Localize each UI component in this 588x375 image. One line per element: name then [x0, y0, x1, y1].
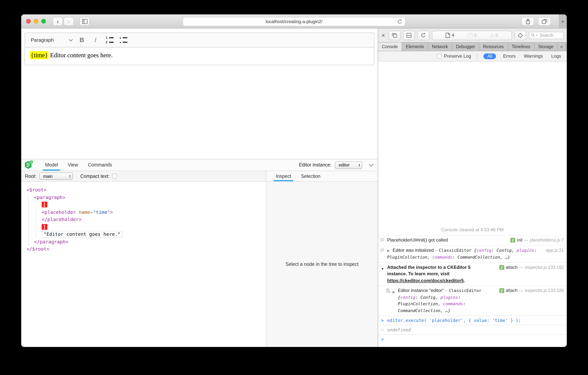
- detach-button[interactable]: [389, 31, 400, 40]
- root-select[interactable]: main ▲▼: [39, 173, 73, 180]
- dock-bottom-button[interactable]: [403, 31, 415, 40]
- address-bar[interactable]: localhost/creating-a-plugin2/: [183, 17, 405, 26]
- italic-button[interactable]: I: [90, 35, 101, 45]
- console-message[interactable]: ▼ Attached the inspector to a CKEditor 5…: [378, 262, 567, 286]
- tab-timelines[interactable]: Timelines: [508, 43, 535, 51]
- filter-logs[interactable]: Logs: [550, 54, 562, 59]
- model-tree[interactable]: <$root> <paragraph> [ <placeholder name=…: [21, 182, 266, 347]
- more-tabs-button[interactable]: »: [558, 43, 566, 51]
- add-tab-button[interactable]: +: [566, 43, 567, 51]
- window-content: Paragraph B I: [21, 28, 567, 347]
- new-tab-button[interactable]: +: [559, 14, 567, 28]
- editor-instance-select[interactable]: editor ▲▼: [335, 161, 362, 168]
- numbered-list-button[interactable]: [104, 35, 115, 45]
- tab-storage[interactable]: Storage: [534, 43, 558, 51]
- tree-root-close[interactable]: </$root>: [27, 245, 266, 253]
- tab-resources[interactable]: Resources: [479, 43, 508, 51]
- console-message[interactable]: ▶ Editor instance "editor" – ClassicEdit…: [378, 286, 567, 315]
- back-button[interactable]: ‹: [53, 17, 63, 26]
- close-window-button[interactable]: [26, 19, 31, 23]
- select-arrows-icon: ▲▼: [358, 163, 360, 167]
- source-location[interactable]: inspector.js:133:182: [525, 264, 564, 271]
- tab-overview-button[interactable]: [538, 17, 551, 26]
- console-result[interactable]: ‹· undefined: [378, 325, 567, 334]
- tab-inspect[interactable]: Inspect: [271, 171, 296, 181]
- bold-button[interactable]: B: [76, 35, 87, 45]
- prompt-icon: >: [381, 336, 384, 342]
- search-icon: [531, 33, 535, 37]
- console-prompt[interactable]: >: [378, 334, 567, 344]
- editor-toolbar: Paragraph B I: [25, 33, 374, 47]
- sidebar-icon: [82, 19, 87, 24]
- preserve-log-checkbox[interactable]: [437, 54, 442, 59]
- filter-warnings[interactable]: Warnings: [523, 54, 544, 59]
- warning-count: 0: [495, 33, 498, 38]
- editor-instance-label: Editor instance:: [299, 162, 332, 168]
- tree-text-node[interactable]: "Editor content goes here.": [42, 231, 266, 238]
- tree-paragraph-close[interactable]: </paragraph>: [34, 238, 266, 245]
- tab-debugger[interactable]: Debugger: [452, 43, 479, 51]
- console-pane: Console cleared at 4:53:46 PM Placeholde…: [378, 61, 567, 347]
- filter-all[interactable]: All: [484, 53, 496, 59]
- tab-view[interactable]: View: [63, 159, 83, 171]
- console-input-history[interactable]: > editor.execute( 'placeholder', { value…: [378, 315, 567, 325]
- numbered-list-icon: [105, 36, 114, 44]
- preserve-log-label: Preserve Log: [444, 54, 471, 59]
- reload-page-button[interactable]: [418, 31, 429, 40]
- tab-console[interactable]: Console: [378, 43, 402, 51]
- source-location[interactable]: inspector.js:133:326: [525, 287, 564, 294]
- inspect-pane: Select a node in the tree to inspect: [266, 182, 378, 347]
- tree-root-open[interactable]: <$root>: [27, 186, 266, 194]
- sidebar-button[interactable]: [80, 17, 90, 26]
- element-picker-button[interactable]: [514, 31, 526, 40]
- error-icon: !: [468, 33, 472, 38]
- console-message[interactable]: PlaceholderUI#init() got called f init —…: [378, 235, 567, 245]
- message-text: PlaceholderUI#init() got called: [387, 237, 448, 243]
- screen: ‹ › localhost/creating-a-plugin2/: [0, 0, 588, 375]
- minimize-window-button[interactable]: [34, 19, 38, 23]
- paragraph-style-dropdown[interactable]: Paragraph: [28, 35, 74, 45]
- browser-window: ‹ › localhost/creating-a-plugin2/: [21, 14, 567, 347]
- console-filter-bar: Preserve Log All Errors Warnings Logs: [378, 51, 567, 61]
- result-value: undefined: [387, 327, 411, 332]
- console-message[interactable]: ▶ Editor was initialized – ClassicEditor…: [378, 245, 567, 262]
- document-icon: [446, 33, 450, 38]
- tab-selection[interactable]: Selection: [296, 171, 326, 181]
- ckeditor-inspector-panel: 5 Model View Commands Editor instance: e…: [21, 159, 378, 347]
- tree-placeholder-close[interactable]: </placeholder>: [42, 216, 266, 223]
- compact-text-checkbox[interactable]: [112, 174, 117, 179]
- editor-content[interactable]: {time} Editor content goes here.: [25, 47, 374, 65]
- inspect-empty-message: Select a node in the tree to inspect: [286, 262, 359, 267]
- ckeditor-docs-link[interactable]: https://ckeditor.com/docs/ckeditor5: [387, 278, 464, 283]
- source-location[interactable]: placeholderui.js:7: [530, 237, 564, 244]
- placeholder-widget[interactable]: {time}: [30, 51, 49, 59]
- tab-elements[interactable]: Elements: [402, 43, 428, 51]
- model-controls: Root: main ▲▼ Compact text:: [21, 171, 266, 181]
- forward-button[interactable]: ›: [64, 17, 74, 26]
- tab-model[interactable]: Model: [40, 159, 63, 171]
- tree-placeholder-open[interactable]: <placeholder name="time">: [42, 208, 266, 216]
- tab-network[interactable]: Network: [428, 43, 452, 51]
- source-location[interactable]: app.js:21: [546, 247, 564, 254]
- reload-icon[interactable]: [397, 19, 402, 25]
- disclosure-triangle-icon[interactable]: ▶: [392, 289, 395, 296]
- executed-command: editor.execute( 'placeholder', { value: …: [387, 318, 521, 323]
- collapse-panel-icon[interactable]: [369, 162, 374, 166]
- function-badge-icon: f: [499, 265, 504, 270]
- bulleted-list-button[interactable]: [117, 35, 128, 45]
- inspect-pane-tabs: Inspect Selection: [266, 171, 378, 181]
- dock-bottom-icon: [407, 33, 411, 38]
- filter-errors[interactable]: Errors: [502, 54, 517, 59]
- tab-commands[interactable]: Commands: [83, 159, 117, 171]
- disclosure-triangle-icon[interactable]: ▶: [387, 249, 390, 252]
- disclosure-triangle-icon[interactable]: ▼: [381, 266, 384, 272]
- message-meta: app.js:21: [546, 247, 564, 254]
- issues-summary[interactable]: 4 ! 0 ⚠ 0: [432, 31, 512, 40]
- tree-paragraph-open[interactable]: <paragraph>: [34, 194, 266, 201]
- share-button[interactable]: [521, 17, 534, 26]
- close-inspector-button[interactable]: ✕: [381, 33, 385, 38]
- selection-marker-start: [: [42, 201, 266, 208]
- search-input[interactable]: ▼ Search: [529, 32, 564, 39]
- zoom-window-button[interactable]: [41, 19, 46, 23]
- bold-icon: B: [80, 36, 84, 44]
